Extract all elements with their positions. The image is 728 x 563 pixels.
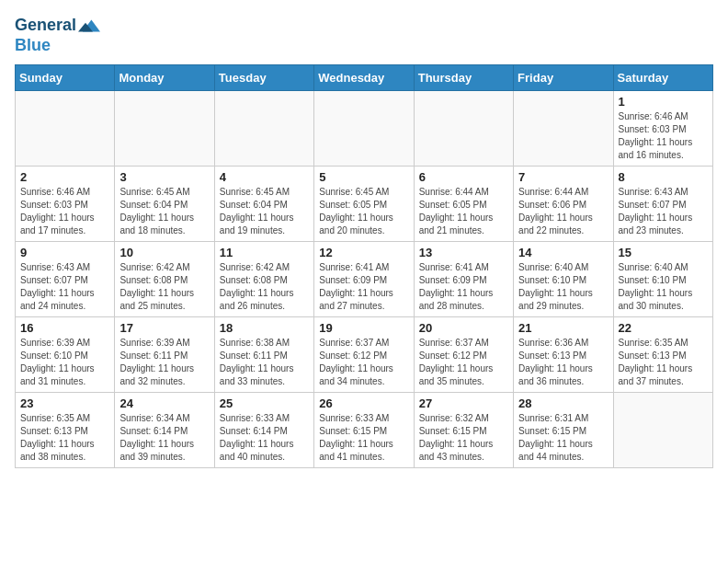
day-info: Sunrise: 6:46 AM Sunset: 6:03 PM Dayligh… xyxy=(20,186,109,237)
calendar-cell: 7Sunrise: 6:44 AM Sunset: 6:06 PM Daylig… xyxy=(514,166,613,241)
calendar-cell xyxy=(514,90,613,166)
day-info: Sunrise: 6:46 AM Sunset: 6:03 PM Dayligh… xyxy=(619,110,708,162)
day-info: Sunrise: 6:33 AM Sunset: 6:14 PM Dayligh… xyxy=(220,412,309,464)
day-number: 11 xyxy=(220,246,309,259)
day-info: Sunrise: 6:41 AM Sunset: 6:09 PM Dayligh… xyxy=(419,261,508,313)
day-number: 6 xyxy=(419,170,508,184)
day-info: Sunrise: 6:35 AM Sunset: 6:13 PM Dayligh… xyxy=(20,412,109,464)
day-info: Sunrise: 6:36 AM Sunset: 6:13 PM Dayligh… xyxy=(518,337,608,388)
logo-blue: Blue xyxy=(15,37,100,55)
day-info: Sunrise: 6:45 AM Sunset: 6:04 PM Dayligh… xyxy=(220,186,309,237)
day-number: 7 xyxy=(518,170,608,184)
calendar-cell: 2Sunrise: 6:46 AM Sunset: 6:03 PM Daylig… xyxy=(16,166,115,241)
calendar-cell xyxy=(314,90,414,166)
day-number: 17 xyxy=(119,321,209,335)
day-info: Sunrise: 6:43 AM Sunset: 6:07 PM Dayligh… xyxy=(20,261,109,313)
day-info: Sunrise: 6:32 AM Sunset: 6:15 PM Dayligh… xyxy=(419,412,508,464)
calendar-cell: 16Sunrise: 6:39 AM Sunset: 6:10 PM Dayli… xyxy=(16,316,115,392)
calendar-cell: 20Sunrise: 6:37 AM Sunset: 6:12 PM Dayli… xyxy=(414,316,513,392)
logo-general: General xyxy=(15,17,76,35)
day-number: 28 xyxy=(518,396,608,410)
calendar-cell: 12Sunrise: 6:41 AM Sunset: 6:09 PM Dayli… xyxy=(314,241,414,316)
calendar-cell: 19Sunrise: 6:37 AM Sunset: 6:12 PM Dayli… xyxy=(314,316,414,392)
calendar-cell: 9Sunrise: 6:43 AM Sunset: 6:07 PM Daylig… xyxy=(16,241,115,316)
weekday-header: Saturday xyxy=(613,64,712,90)
day-number: 21 xyxy=(518,321,608,335)
day-info: Sunrise: 6:45 AM Sunset: 6:05 PM Dayligh… xyxy=(319,186,408,237)
calendar-cell: 27Sunrise: 6:32 AM Sunset: 6:15 PM Dayli… xyxy=(414,392,513,467)
calendar-cell: 4Sunrise: 6:45 AM Sunset: 6:04 PM Daylig… xyxy=(214,166,313,241)
day-number: 1 xyxy=(619,95,708,109)
day-info: Sunrise: 6:41 AM Sunset: 6:09 PM Dayligh… xyxy=(319,261,408,313)
weekday-header: Monday xyxy=(115,64,214,90)
calendar-cell xyxy=(214,90,313,166)
day-number: 26 xyxy=(319,396,408,410)
weekday-header: Thursday xyxy=(414,64,513,90)
day-number: 22 xyxy=(619,321,708,335)
day-number: 19 xyxy=(319,321,408,335)
weekday-header: Friday xyxy=(514,64,613,90)
calendar-cell xyxy=(16,90,115,166)
calendar-cell: 8Sunrise: 6:43 AM Sunset: 6:07 PM Daylig… xyxy=(613,166,712,241)
calendar-cell: 24Sunrise: 6:34 AM Sunset: 6:14 PM Dayli… xyxy=(115,392,214,467)
day-info: Sunrise: 6:44 AM Sunset: 6:05 PM Dayligh… xyxy=(419,186,508,237)
day-number: 15 xyxy=(619,246,708,259)
day-number: 20 xyxy=(419,321,508,335)
day-number: 9 xyxy=(20,246,109,259)
day-info: Sunrise: 6:35 AM Sunset: 6:13 PM Dayligh… xyxy=(619,337,708,388)
logo-icon xyxy=(78,15,100,37)
calendar-cell xyxy=(414,90,513,166)
calendar-cell: 6Sunrise: 6:44 AM Sunset: 6:05 PM Daylig… xyxy=(414,166,513,241)
calendar-cell: 3Sunrise: 6:45 AM Sunset: 6:04 PM Daylig… xyxy=(115,166,214,241)
calendar-cell: 10Sunrise: 6:42 AM Sunset: 6:08 PM Dayli… xyxy=(115,241,214,316)
day-number: 5 xyxy=(319,170,408,184)
day-info: Sunrise: 6:38 AM Sunset: 6:11 PM Dayligh… xyxy=(220,337,309,388)
day-number: 3 xyxy=(119,170,209,184)
day-info: Sunrise: 6:31 AM Sunset: 6:15 PM Dayligh… xyxy=(518,412,608,464)
day-info: Sunrise: 6:43 AM Sunset: 6:07 PM Dayligh… xyxy=(619,186,708,237)
calendar-cell: 11Sunrise: 6:42 AM Sunset: 6:08 PM Dayli… xyxy=(214,241,313,316)
day-number: 8 xyxy=(619,170,708,184)
calendar-cell: 1Sunrise: 6:46 AM Sunset: 6:03 PM Daylig… xyxy=(613,90,712,166)
day-number: 18 xyxy=(220,321,309,335)
day-info: Sunrise: 6:40 AM Sunset: 6:10 PM Dayligh… xyxy=(619,261,708,313)
calendar-cell: 14Sunrise: 6:40 AM Sunset: 6:10 PM Dayli… xyxy=(514,241,613,316)
day-number: 23 xyxy=(20,396,109,410)
day-info: Sunrise: 6:40 AM Sunset: 6:10 PM Dayligh… xyxy=(518,261,608,313)
day-number: 27 xyxy=(419,396,508,410)
day-info: Sunrise: 6:42 AM Sunset: 6:08 PM Dayligh… xyxy=(220,261,309,313)
day-info: Sunrise: 6:37 AM Sunset: 6:12 PM Dayligh… xyxy=(419,337,508,388)
calendar-table: SundayMondayTuesdayWednesdayThursdayFrid… xyxy=(15,64,713,468)
calendar-cell: 21Sunrise: 6:36 AM Sunset: 6:13 PM Dayli… xyxy=(514,316,613,392)
day-info: Sunrise: 6:44 AM Sunset: 6:06 PM Dayligh… xyxy=(518,186,608,237)
calendar-cell: 13Sunrise: 6:41 AM Sunset: 6:09 PM Dayli… xyxy=(414,241,513,316)
logo: General Blue xyxy=(15,15,100,55)
calendar-cell: 22Sunrise: 6:35 AM Sunset: 6:13 PM Dayli… xyxy=(613,316,712,392)
day-number: 10 xyxy=(119,246,209,259)
day-number: 4 xyxy=(220,170,309,184)
day-number: 25 xyxy=(220,396,309,410)
calendar-cell: 26Sunrise: 6:33 AM Sunset: 6:15 PM Dayli… xyxy=(314,392,414,467)
weekday-header: Wednesday xyxy=(314,64,414,90)
day-info: Sunrise: 6:39 AM Sunset: 6:11 PM Dayligh… xyxy=(119,337,209,388)
day-info: Sunrise: 6:37 AM Sunset: 6:12 PM Dayligh… xyxy=(319,337,408,388)
day-number: 12 xyxy=(319,246,408,259)
day-number: 14 xyxy=(518,246,608,259)
calendar-cell xyxy=(115,90,214,166)
day-number: 13 xyxy=(419,246,508,259)
calendar-cell: 5Sunrise: 6:45 AM Sunset: 6:05 PM Daylig… xyxy=(314,166,414,241)
calendar-cell: 28Sunrise: 6:31 AM Sunset: 6:15 PM Dayli… xyxy=(514,392,613,467)
calendar-cell xyxy=(613,392,712,467)
day-info: Sunrise: 6:33 AM Sunset: 6:15 PM Dayligh… xyxy=(319,412,408,464)
calendar-cell: 25Sunrise: 6:33 AM Sunset: 6:14 PM Dayli… xyxy=(214,392,313,467)
calendar-cell: 18Sunrise: 6:38 AM Sunset: 6:11 PM Dayli… xyxy=(214,316,313,392)
weekday-header: Tuesday xyxy=(214,64,313,90)
day-number: 16 xyxy=(20,321,109,335)
weekday-header: Sunday xyxy=(16,64,115,90)
calendar-cell: 15Sunrise: 6:40 AM Sunset: 6:10 PM Dayli… xyxy=(613,241,712,316)
day-info: Sunrise: 6:45 AM Sunset: 6:04 PM Dayligh… xyxy=(119,186,209,237)
calendar-cell: 17Sunrise: 6:39 AM Sunset: 6:11 PM Dayli… xyxy=(115,316,214,392)
day-info: Sunrise: 6:34 AM Sunset: 6:14 PM Dayligh… xyxy=(119,412,209,464)
day-info: Sunrise: 6:42 AM Sunset: 6:08 PM Dayligh… xyxy=(119,261,209,313)
day-number: 24 xyxy=(119,396,209,410)
